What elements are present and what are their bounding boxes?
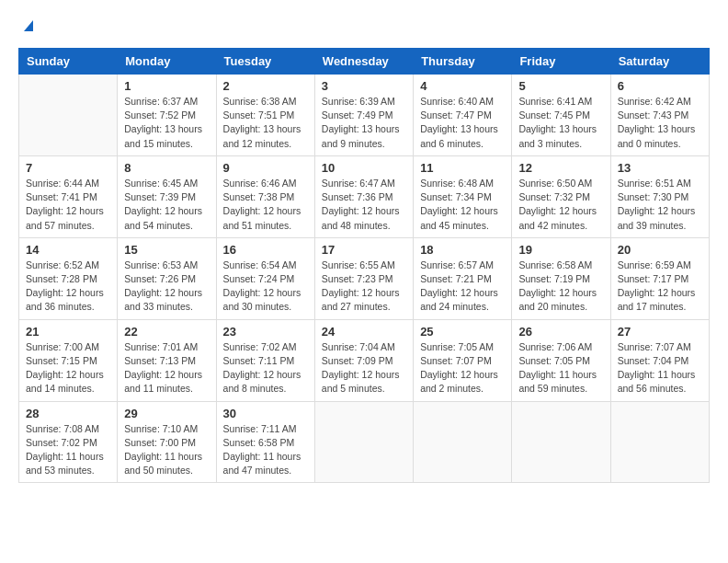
week-row-1: 1Sunrise: 6:37 AM Sunset: 7:52 PM Daylig…: [19, 75, 710, 156]
day-info: Sunrise: 7:00 AM Sunset: 7:15 PM Dayligh…: [26, 340, 110, 396]
calendar-cell: 16Sunrise: 6:54 AM Sunset: 7:24 PM Dayli…: [216, 237, 314, 319]
calendar-cell: 14Sunrise: 6:52 AM Sunset: 7:28 PM Dayli…: [19, 237, 118, 319]
calendar-cell: 3Sunrise: 6:39 AM Sunset: 7:49 PM Daylig…: [314, 75, 413, 156]
day-number: 16: [223, 243, 308, 257]
day-number: 1: [124, 79, 209, 93]
day-info: Sunrise: 7:11 AM Sunset: 6:58 PM Dayligh…: [223, 422, 308, 478]
weekday-header-wednesday: Wednesday: [314, 49, 413, 75]
calendar-cell: 4Sunrise: 6:40 AM Sunset: 7:47 PM Daylig…: [414, 75, 512, 156]
day-number: 11: [420, 161, 505, 175]
day-info: Sunrise: 6:42 AM Sunset: 7:43 PM Dayligh…: [618, 95, 702, 151]
calendar-cell: 6Sunrise: 6:42 AM Sunset: 7:43 PM Daylig…: [610, 75, 709, 156]
page-header: [18, 18, 710, 33]
day-number: 21: [26, 325, 110, 339]
day-number: 6: [618, 79, 702, 93]
calendar-cell: 18Sunrise: 6:57 AM Sunset: 7:21 PM Dayli…: [414, 237, 512, 319]
calendar-cell: [414, 401, 512, 483]
day-info: Sunrise: 6:59 AM Sunset: 7:17 PM Dayligh…: [618, 259, 702, 315]
week-row-5: 28Sunrise: 7:08 AM Sunset: 7:02 PM Dayli…: [19, 401, 710, 483]
calendar-cell: 28Sunrise: 7:08 AM Sunset: 7:02 PM Dayli…: [19, 401, 118, 483]
calendar-cell: 26Sunrise: 7:06 AM Sunset: 7:05 PM Dayli…: [512, 319, 610, 401]
logo-triangle-icon: [20, 17, 37, 33]
calendar-cell: 27Sunrise: 7:07 AM Sunset: 7:04 PM Dayli…: [610, 319, 709, 401]
calendar-cell: 20Sunrise: 6:59 AM Sunset: 7:17 PM Dayli…: [610, 237, 709, 319]
calendar-cell: 21Sunrise: 7:00 AM Sunset: 7:15 PM Dayli…: [19, 319, 118, 401]
day-info: Sunrise: 7:06 AM Sunset: 7:05 PM Dayligh…: [518, 340, 603, 396]
day-info: Sunrise: 6:38 AM Sunset: 7:51 PM Dayligh…: [223, 95, 308, 151]
calendar-cell: 25Sunrise: 7:05 AM Sunset: 7:07 PM Dayli…: [414, 319, 512, 401]
day-number: 28: [26, 407, 110, 420]
day-info: Sunrise: 6:47 AM Sunset: 7:36 PM Dayligh…: [322, 177, 406, 233]
calendar-table: SundayMondayTuesdayWednesdayThursdayFrid…: [18, 48, 710, 483]
calendar-cell: 8Sunrise: 6:45 AM Sunset: 7:39 PM Daylig…: [118, 155, 216, 237]
calendar-cell: 29Sunrise: 7:10 AM Sunset: 7:00 PM Dayli…: [118, 401, 216, 483]
day-number: 10: [322, 161, 406, 175]
day-info: Sunrise: 7:08 AM Sunset: 7:02 PM Dayligh…: [26, 422, 110, 478]
day-info: Sunrise: 6:46 AM Sunset: 7:38 PM Dayligh…: [223, 177, 308, 233]
day-info: Sunrise: 6:41 AM Sunset: 7:45 PM Dayligh…: [518, 95, 603, 151]
day-info: Sunrise: 6:39 AM Sunset: 7:49 PM Dayligh…: [322, 95, 406, 151]
week-row-4: 21Sunrise: 7:00 AM Sunset: 7:15 PM Dayli…: [19, 319, 710, 401]
day-info: Sunrise: 7:10 AM Sunset: 7:00 PM Dayligh…: [124, 422, 209, 478]
calendar-cell: 2Sunrise: 6:38 AM Sunset: 7:51 PM Daylig…: [216, 75, 314, 156]
logo: [18, 18, 37, 33]
day-info: Sunrise: 7:05 AM Sunset: 7:07 PM Dayligh…: [420, 340, 505, 396]
calendar-cell: 23Sunrise: 7:02 AM Sunset: 7:11 PM Dayli…: [216, 319, 314, 401]
day-number: 8: [124, 161, 209, 175]
day-number: 17: [322, 243, 406, 257]
day-info: Sunrise: 7:02 AM Sunset: 7:11 PM Dayligh…: [223, 340, 308, 396]
day-info: Sunrise: 6:37 AM Sunset: 7:52 PM Dayligh…: [124, 95, 209, 151]
calendar-cell: 5Sunrise: 6:41 AM Sunset: 7:45 PM Daylig…: [512, 75, 610, 156]
week-row-2: 7Sunrise: 6:44 AM Sunset: 7:41 PM Daylig…: [19, 155, 710, 237]
day-info: Sunrise: 6:58 AM Sunset: 7:19 PM Dayligh…: [518, 259, 603, 315]
calendar-cell: 15Sunrise: 6:53 AM Sunset: 7:26 PM Dayli…: [118, 237, 216, 319]
calendar-cell: 1Sunrise: 6:37 AM Sunset: 7:52 PM Daylig…: [118, 75, 216, 156]
day-number: 4: [420, 79, 505, 93]
weekday-header-tuesday: Tuesday: [216, 49, 314, 75]
day-number: 27: [618, 325, 702, 339]
calendar-cell: 10Sunrise: 6:47 AM Sunset: 7:36 PM Dayli…: [314, 155, 413, 237]
day-info: Sunrise: 6:57 AM Sunset: 7:21 PM Dayligh…: [420, 259, 505, 315]
calendar-cell: [19, 75, 118, 156]
calendar-cell: [314, 401, 413, 483]
day-info: Sunrise: 7:07 AM Sunset: 7:04 PM Dayligh…: [618, 340, 702, 396]
day-number: 20: [618, 243, 702, 257]
weekday-header-thursday: Thursday: [414, 49, 512, 75]
day-info: Sunrise: 6:53 AM Sunset: 7:26 PM Dayligh…: [124, 259, 209, 315]
calendar-cell: 17Sunrise: 6:55 AM Sunset: 7:23 PM Dayli…: [314, 237, 413, 319]
calendar-cell: 22Sunrise: 7:01 AM Sunset: 7:13 PM Dayli…: [118, 319, 216, 401]
day-number: 29: [124, 407, 209, 420]
calendar-cell: [512, 401, 610, 483]
day-number: 30: [223, 407, 308, 420]
calendar-cell: [610, 401, 709, 483]
calendar-cell: 9Sunrise: 6:46 AM Sunset: 7:38 PM Daylig…: [216, 155, 314, 237]
calendar-cell: 13Sunrise: 6:51 AM Sunset: 7:30 PM Dayli…: [610, 155, 709, 237]
day-info: Sunrise: 6:52 AM Sunset: 7:28 PM Dayligh…: [26, 259, 110, 315]
day-info: Sunrise: 6:48 AM Sunset: 7:34 PM Dayligh…: [420, 177, 505, 233]
day-number: 15: [124, 243, 209, 257]
day-number: 14: [26, 243, 110, 257]
calendar-cell: 30Sunrise: 7:11 AM Sunset: 6:58 PM Dayli…: [216, 401, 314, 483]
day-number: 3: [322, 79, 406, 93]
weekday-header-friday: Friday: [512, 49, 610, 75]
day-info: Sunrise: 6:45 AM Sunset: 7:39 PM Dayligh…: [124, 177, 209, 233]
day-number: 9: [223, 161, 308, 175]
calendar-cell: 11Sunrise: 6:48 AM Sunset: 7:34 PM Dayli…: [414, 155, 512, 237]
day-number: 23: [223, 325, 308, 339]
day-info: Sunrise: 7:04 AM Sunset: 7:09 PM Dayligh…: [322, 340, 406, 396]
weekday-header-row: SundayMondayTuesdayWednesdayThursdayFrid…: [19, 49, 710, 75]
day-info: Sunrise: 6:54 AM Sunset: 7:24 PM Dayligh…: [223, 259, 308, 315]
calendar-cell: 24Sunrise: 7:04 AM Sunset: 7:09 PM Dayli…: [314, 319, 413, 401]
day-number: 5: [518, 79, 603, 93]
calendar-cell: 19Sunrise: 6:58 AM Sunset: 7:19 PM Dayli…: [512, 237, 610, 319]
calendar-cell: 12Sunrise: 6:50 AM Sunset: 7:32 PM Dayli…: [512, 155, 610, 237]
day-number: 26: [518, 325, 603, 339]
day-info: Sunrise: 6:50 AM Sunset: 7:32 PM Dayligh…: [518, 177, 603, 233]
calendar-cell: 7Sunrise: 6:44 AM Sunset: 7:41 PM Daylig…: [19, 155, 118, 237]
day-number: 2: [223, 79, 308, 93]
week-row-3: 14Sunrise: 6:52 AM Sunset: 7:28 PM Dayli…: [19, 237, 710, 319]
day-number: 19: [518, 243, 603, 257]
day-number: 12: [518, 161, 603, 175]
day-number: 7: [26, 161, 110, 175]
day-number: 18: [420, 243, 505, 257]
